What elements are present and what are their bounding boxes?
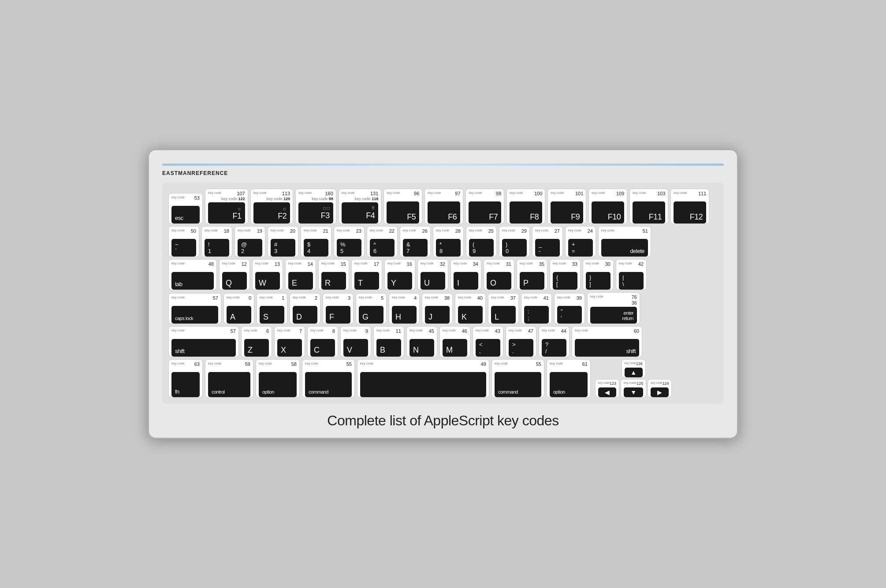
key-4[interactable]: key code21 $ 4 <box>301 226 331 257</box>
key-label-f5: F5 <box>407 213 416 221</box>
key-a[interactable]: key code0 A <box>223 293 254 324</box>
screen-top-bar <box>162 164 724 166</box>
key-m[interactable]: key code46 M <box>439 326 470 357</box>
key-semicolon[interactable]: key code41 : ; <box>521 293 552 324</box>
key-comma[interactable]: key code43 < , <box>473 326 503 357</box>
key-close-bracket[interactable]: key code30 } ] <box>583 259 614 290</box>
key-h[interactable]: key code4 H <box>389 293 420 324</box>
key-label-f1: F1 <box>233 212 242 220</box>
key-k[interactable]: key code40 K <box>455 293 486 324</box>
key-3[interactable]: key code20 # 3 <box>268 226 298 257</box>
key-w[interactable]: key code13 W <box>252 259 283 290</box>
key-u[interactable]: key code32 U <box>417 259 448 290</box>
key-l[interactable]: key code37 L <box>488 293 519 324</box>
key-f3[interactable]: key code 160 key code 99 □ □ F3 <box>295 189 336 224</box>
key-label-f10: F10 <box>608 213 621 221</box>
key-f6[interactable]: key code97 F6 <box>424 189 463 224</box>
key-2[interactable]: key code19 @ 2 <box>235 226 265 257</box>
key-backtick[interactable]: key code50 ~ ` <box>168 226 199 257</box>
key-f7[interactable]: key code98 F7 <box>465 189 504 224</box>
key-x[interactable]: key code7 X <box>274 326 305 357</box>
bottom-row: key code63 fn key code59 control key cod… <box>168 359 718 398</box>
key-d[interactable]: key code2 D <box>290 293 320 324</box>
key-label-f11: F11 <box>649 213 662 221</box>
key-slash[interactable]: key code44 ? / <box>539 326 570 357</box>
key-minus[interactable]: key code27 _ - <box>532 226 563 257</box>
key-c[interactable]: key code8 C <box>307 326 338 357</box>
key-shift-right[interactable]: key code60 shift <box>572 326 642 357</box>
key-0[interactable]: key code29 ) 0 <box>499 226 530 257</box>
key-fn[interactable]: key code63 fn <box>168 359 203 398</box>
key-tab[interactable]: key code48 tab <box>168 259 217 290</box>
key-f2[interactable]: key code 113 key code 120 ☼ F2 <box>250 189 294 224</box>
key-command-right[interactable]: key code55 command <box>491 359 544 398</box>
fn-row: key code 53 esc key code 107 key code 12… <box>168 189 718 224</box>
key-backslash[interactable]: key code42 | \ <box>616 259 647 290</box>
key-label-f3: F3 <box>321 212 330 220</box>
key-g[interactable]: key code5 G <box>356 293 387 324</box>
key-shift-left[interactable]: key code57 shift <box>168 326 239 357</box>
brand-logo: EASTMANREFERENCE <box>162 170 724 176</box>
key-open-bracket[interactable]: key code33 { [ <box>550 259 581 290</box>
key-command-left[interactable]: key code55 command <box>302 359 355 398</box>
key-space[interactable]: key code49 <box>357 359 489 398</box>
screen: EASTMANREFERENCE key code 53 esc key cod… <box>148 149 738 439</box>
key-option-right[interactable]: key code61 option <box>547 359 591 398</box>
key-label-f6: F6 <box>448 213 457 221</box>
caps-row: key code57 caps lock key code0 A key cod… <box>168 292 718 324</box>
key-label-f9: F9 <box>571 213 580 221</box>
key-label-f8: F8 <box>530 213 539 221</box>
key-f10[interactable]: key code109 F10 <box>588 189 627 224</box>
key-label-f2: F2 <box>278 212 287 220</box>
key-arrow-left[interactable]: key code123 ◀ <box>595 379 619 398</box>
tab-row: key code48 tab key code12 Q key code13 W… <box>168 259 718 290</box>
key-period[interactable]: key code47 > . <box>506 326 536 357</box>
key-n[interactable]: key code45 N <box>406 326 437 357</box>
key-t[interactable]: key code17 T <box>351 259 382 290</box>
key-arrow-up[interactable]: key code126 ▲ <box>622 359 646 378</box>
key-o[interactable]: key code31 O <box>484 259 514 290</box>
key-j[interactable]: key code38 J <box>422 293 453 324</box>
key-f11[interactable]: key code103 F11 <box>629 189 668 224</box>
key-f12[interactable]: key code111 F12 <box>670 189 709 224</box>
key-control[interactable]: key code59 control <box>205 359 253 398</box>
key-v[interactable]: key code9 V <box>340 326 371 357</box>
key-label-esc: esc <box>175 215 183 221</box>
key-enter[interactable]: key code 76 36 enter return <box>587 292 640 324</box>
key-8[interactable]: key code28 * 8 <box>433 226 464 257</box>
key-delete[interactable]: key code51 delete <box>598 226 651 257</box>
key-f9[interactable]: key code101 F9 <box>547 189 586 224</box>
key-5[interactable]: key code23 % 5 <box>334 226 365 257</box>
key-s[interactable]: key code1 S <box>257 293 287 324</box>
key-arrow-right[interactable]: key code124 ▶ <box>648 379 672 398</box>
key-9[interactable]: key code25 ( 9 <box>466 226 497 257</box>
key-z[interactable]: key code6 Z <box>241 326 272 357</box>
key-quote[interactable]: key code39 " ' <box>554 293 585 324</box>
key-label-f4: F4 <box>366 212 375 220</box>
key-f5[interactable]: key code96 F5 <box>383 189 422 224</box>
key-r[interactable]: key code15 R <box>318 259 349 290</box>
key-f1[interactable]: key code 107 key code 122 ☼ F1 <box>205 189 248 224</box>
arrow-bottom-row: key code123 ◀ key codes125 ▼ key code124 <box>595 379 672 398</box>
key-1[interactable]: key code18 ! 1 <box>201 226 232 257</box>
key-e[interactable]: key code14 E <box>285 259 316 290</box>
key-f[interactable]: key code3 F <box>323 293 354 324</box>
key-label-f7: F7 <box>489 213 498 221</box>
key-f4[interactable]: key code 131 key code 118 ⠿ F4 <box>339 189 382 224</box>
key-option-left[interactable]: key code58 option <box>256 359 300 398</box>
keyboard: key code 53 esc key code 107 key code 12… <box>162 182 724 404</box>
key-7[interactable]: key code26 & 7 <box>400 226 431 257</box>
key-f8[interactable]: key code100 F8 <box>506 189 545 224</box>
key-b[interactable]: key code11 B <box>373 326 404 357</box>
arrow-top-row: key code126 ▲ <box>595 359 672 378</box>
key-esc[interactable]: key code 53 esc <box>168 193 203 224</box>
key-p[interactable]: key code35 P <box>517 259 547 290</box>
key-y[interactable]: key code16 Y <box>384 259 415 290</box>
key-6[interactable]: key code22 ^ 6 <box>367 226 398 257</box>
key-q[interactable]: key code12 Q <box>219 259 250 290</box>
key-caps-lock[interactable]: key code57 caps lock <box>168 293 221 324</box>
key-arrow-down[interactable]: key codes125 ▼ <box>621 379 646 398</box>
key-i[interactable]: key code34 I <box>450 259 481 290</box>
key-equals[interactable]: key code24 + = <box>565 226 596 257</box>
page-subtitle: Complete list of AppleScript key codes <box>162 413 724 429</box>
